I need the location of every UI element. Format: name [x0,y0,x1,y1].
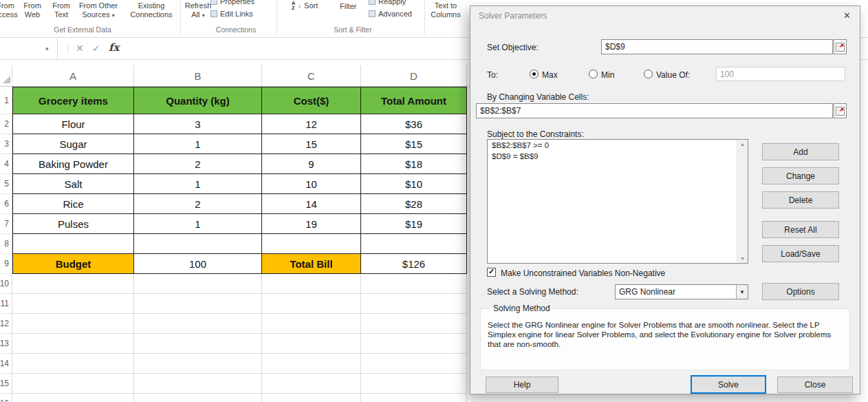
cell[interactable]: Baking Powder [12,154,134,174]
cell[interactable]: $15 [361,134,467,154]
cell[interactable] [134,374,262,394]
cell[interactable]: Flour [12,114,134,134]
cell[interactable] [262,234,361,254]
cell[interactable] [12,314,134,334]
row-header[interactable]: 3 [0,134,12,154]
cell[interactable]: Pulses [12,214,134,234]
cell[interactable]: 3 [134,114,262,134]
row-header[interactable]: 10 [0,274,12,294]
column-header-b[interactable]: B [134,65,262,86]
cell[interactable] [361,374,467,394]
cell[interactable] [361,354,467,374]
row-header[interactable]: 4 [0,154,12,174]
cell[interactable]: 19 [262,214,361,234]
cell[interactable] [262,394,361,402]
row-header[interactable]: 6 [0,194,12,214]
cell[interactable] [262,374,361,394]
radio-min-label[interactable]: Min [601,70,614,80]
solve-button[interactable]: Solve [691,375,766,394]
changing-cells-input[interactable]: $B$2:$B$7 [476,103,833,118]
ribbon-text-to-columns[interactable]: Text to Columns [431,1,460,19]
cell[interactable]: Salt [12,174,134,194]
cell[interactable] [361,334,467,354]
cell[interactable] [262,314,361,334]
ribbon-from-web[interactable]: From Web [23,1,41,19]
cell[interactable] [12,374,134,394]
constraints-scrollbar[interactable]: ▲ ▼ [737,140,748,263]
column-header-a[interactable]: A [12,65,134,86]
constraint-item[interactable]: $D$9 = $B$9 [488,151,748,162]
cell[interactable] [361,274,467,294]
delete-button[interactable]: Delete [762,191,839,209]
cell[interactable] [262,354,361,374]
cell[interactable] [262,334,361,354]
cell[interactable]: 2 [134,194,262,214]
ribbon-advanced[interactable]: Advanced [369,10,412,18]
name-box-dropdown-icon[interactable]: ▾ [45,45,49,52]
cell[interactable]: Quantity (kg) [134,87,262,114]
column-header-d[interactable]: D [361,65,467,86]
radio-max-label[interactable]: Max [542,70,558,80]
radio-value-of-label[interactable]: Value Of: [656,70,690,80]
help-button[interactable]: Help [486,377,558,393]
objective-input[interactable]: $D$9 [601,39,833,54]
ribbon-from-other-sources[interactable]: From Other Sources ▾ [79,1,118,20]
ribbon-existing-connections[interactable]: Existing Connections [130,1,172,19]
cell[interactable]: 1 [134,214,262,234]
cell[interactable]: Cost($) [262,87,361,114]
name-box[interactable]: ▾ [0,39,58,59]
cell[interactable]: $28 [361,194,467,214]
row-header[interactable]: 14 [0,354,12,374]
cell[interactable]: 15 [262,134,361,154]
cell[interactable]: Total Amount [361,87,467,114]
cell[interactable] [134,234,262,254]
chevron-down-icon[interactable]: ▼ [736,285,748,299]
cell[interactable] [361,234,467,254]
column-header-c[interactable]: C [262,65,361,86]
non-negative-checkbox[interactable]: ✓ [487,268,496,277]
non-negative-label[interactable]: Make Unconstrained Variables Non-Negativ… [501,268,665,278]
scroll-up-icon[interactable]: ▲ [737,142,748,147]
row-header[interactable]: 11 [0,294,12,314]
close-button[interactable]: Close [777,377,853,393]
cell[interactable] [134,394,262,402]
cell[interactable] [12,294,134,314]
solving-method-select[interactable]: GRG Nonlinear ▼ [615,284,748,299]
value-of-input[interactable]: 100 [716,67,845,81]
cell[interactable]: $19 [361,214,467,234]
change-button[interactable]: Change [762,167,839,184]
row-header[interactable]: 16 [0,394,12,402]
cell[interactable] [361,314,467,334]
cell[interactable]: 1 [134,174,262,194]
cell[interactable]: Budget [12,254,134,274]
insert-function-icon[interactable]: fx [109,41,119,54]
cell[interactable]: 100 [134,254,262,274]
row-header[interactable]: 9 [0,254,12,274]
cell[interactable]: Sugar [12,134,134,154]
range-picker-icon[interactable] [834,103,847,118]
cell[interactable]: 1 [134,134,262,154]
cell[interactable] [262,274,361,294]
cell[interactable]: $10 [361,174,467,194]
radio-max[interactable] [530,70,539,78]
row-header[interactable]: 1 [0,87,12,114]
cell[interactable]: $36 [361,114,467,134]
cell[interactable]: Total Bill [262,254,361,274]
radio-value-of[interactable] [644,70,653,78]
radio-min[interactable] [589,70,598,78]
cell[interactable]: 14 [262,194,361,214]
close-icon[interactable]: ✕ [843,10,851,21]
cell[interactable] [12,394,134,402]
cell[interactable] [134,274,262,294]
ribbon-refresh-all[interactable]: Refresh All ▾ [185,1,212,20]
cell[interactable] [262,294,361,314]
constraints-listbox[interactable]: $B$2:$B$7 >= 0 $D$9 = $B$9 ▲ ▼ [487,139,748,264]
row-header[interactable]: 5 [0,174,12,194]
range-picker-icon[interactable] [834,39,847,54]
cell[interactable] [12,334,134,354]
cell[interactable] [12,234,134,254]
row-header[interactable]: 7 [0,214,12,234]
row-header[interactable]: 13 [0,334,12,354]
cell[interactable] [12,274,134,294]
row-header[interactable]: 8 [0,234,12,254]
